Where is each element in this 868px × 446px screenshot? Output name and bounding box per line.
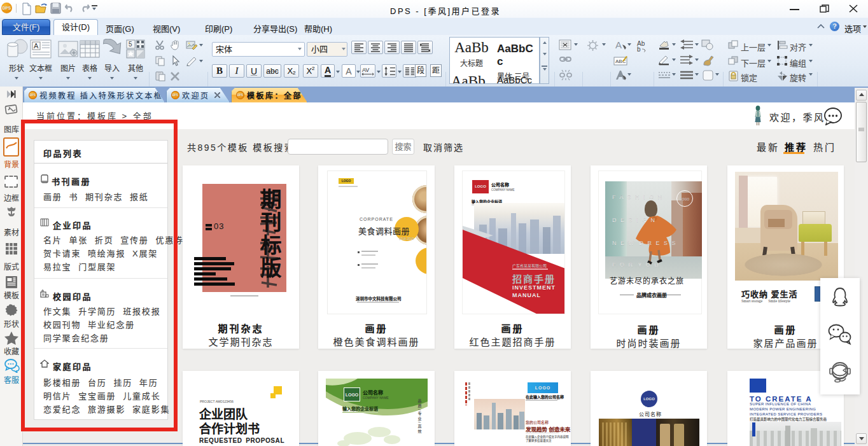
svg-text:A: A	[615, 39, 622, 50]
svg-text:AV: AV	[362, 66, 370, 73]
svg-text:A: A	[34, 42, 39, 50]
svg-text:b: b	[637, 46, 641, 53]
svg-text:5: 5	[129, 41, 132, 48]
